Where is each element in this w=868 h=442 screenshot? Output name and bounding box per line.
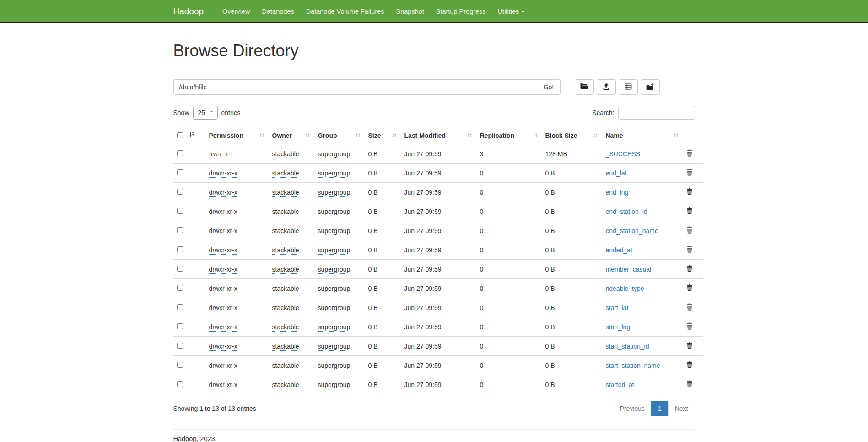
search-input[interactable]	[618, 106, 695, 120]
group-value[interactable]: supergroup	[318, 285, 350, 293]
delete-button[interactable]	[686, 207, 693, 216]
file-name-link[interactable]: start_station_id	[606, 343, 649, 350]
header-owner[interactable]: Owner	[269, 127, 314, 144]
replication-value[interactable]: 0	[480, 227, 484, 235]
group-value[interactable]: supergroup	[318, 381, 350, 389]
delete-button[interactable]	[686, 188, 693, 196]
brand-hadoop[interactable]: Hadoop	[173, 6, 204, 16]
replication-value[interactable]: 3	[480, 150, 484, 158]
owner-value[interactable]: stackable	[272, 169, 299, 178]
header-name[interactable]: Name	[602, 127, 683, 144]
owner-value[interactable]: stackable	[272, 343, 299, 351]
header-size[interactable]: Size	[365, 127, 401, 144]
row-checkbox[interactable]	[177, 208, 183, 214]
row-checkbox[interactable]	[177, 189, 183, 195]
delete-button[interactable]	[686, 226, 693, 235]
replication-value[interactable]: 0	[480, 169, 484, 178]
owner-value[interactable]: stackable	[272, 266, 299, 274]
group-value[interactable]: supergroup	[318, 150, 350, 158]
delete-button[interactable]	[686, 342, 693, 350]
delete-button[interactable]	[686, 169, 693, 177]
permission-value[interactable]: drwxr-xr-x	[209, 246, 237, 255]
replication-value[interactable]: 0	[480, 266, 484, 274]
directory-path-input[interactable]	[173, 79, 537, 95]
file-name-link[interactable]: start_station_name	[606, 362, 660, 369]
owner-value[interactable]: stackable	[272, 150, 299, 158]
go-button[interactable]: Go!	[537, 79, 561, 95]
delete-button[interactable]	[686, 284, 693, 293]
row-checkbox[interactable]	[177, 323, 183, 329]
group-value[interactable]: supergroup	[318, 246, 350, 255]
permission-value[interactable]: drwxr-xr-x	[209, 266, 237, 274]
owner-value[interactable]: stackable	[272, 227, 299, 235]
row-checkbox[interactable]	[177, 150, 183, 156]
file-name-link[interactable]: started_at	[606, 381, 634, 388]
owner-value[interactable]: stackable	[272, 362, 299, 370]
replication-value[interactable]: 0	[480, 208, 484, 216]
create-directory-button[interactable]	[575, 79, 594, 95]
replication-value[interactable]: 0	[480, 362, 484, 370]
row-checkbox[interactable]	[177, 246, 183, 252]
permission-value[interactable]: drwxr-xr-x	[209, 323, 237, 332]
group-value[interactable]: supergroup	[318, 323, 350, 332]
group-value[interactable]: supergroup	[318, 169, 350, 178]
row-checkbox[interactable]	[177, 343, 183, 349]
row-checkbox[interactable]	[177, 266, 183, 272]
row-checkbox[interactable]	[177, 169, 183, 175]
replication-value[interactable]: 0	[480, 246, 484, 255]
owner-value[interactable]: stackable	[272, 208, 299, 216]
move-directory-button[interactable]	[641, 79, 660, 95]
file-name-link[interactable]: member_casual	[606, 266, 652, 273]
permission-value[interactable]: drwxr-xr-x	[209, 304, 237, 312]
replication-value[interactable]: 0	[480, 285, 484, 293]
row-checkbox[interactable]	[177, 304, 183, 310]
delete-button[interactable]	[686, 303, 693, 312]
permission-value[interactable]: drwxr-xr-x	[209, 208, 237, 216]
file-name-link[interactable]: end_lng	[606, 189, 629, 196]
permission-value[interactable]: drwxr-xr-x	[209, 362, 237, 370]
owner-value[interactable]: stackable	[272, 189, 299, 197]
header-group[interactable]: Group	[314, 127, 365, 144]
row-checkbox[interactable]	[177, 362, 183, 368]
replication-value[interactable]: 0	[480, 381, 484, 389]
file-name-link[interactable]: start_lat	[606, 304, 629, 311]
file-name-link[interactable]: _SUCCESS	[606, 150, 640, 158]
upload-files-button[interactable]	[597, 79, 616, 95]
select-all-checkbox[interactable]	[177, 132, 183, 138]
file-name-link[interactable]: rideable_type	[606, 285, 644, 292]
owner-value[interactable]: stackable	[272, 381, 299, 389]
replication-value[interactable]: 0	[480, 189, 484, 197]
delete-button[interactable]	[686, 265, 693, 273]
owner-value[interactable]: stackable	[272, 304, 299, 312]
replication-value[interactable]: 0	[480, 343, 484, 351]
header-select-all[interactable]	[173, 127, 205, 144]
group-value[interactable]: supergroup	[318, 189, 350, 197]
delete-button[interactable]	[686, 322, 693, 331]
group-value[interactable]: supergroup	[318, 227, 350, 235]
row-checkbox[interactable]	[177, 227, 183, 233]
pagination-previous[interactable]: Previous	[613, 401, 651, 416]
group-value[interactable]: supergroup	[318, 343, 350, 351]
owner-value[interactable]: stackable	[272, 323, 299, 332]
replication-value[interactable]: 0	[480, 323, 484, 332]
delete-button[interactable]	[686, 361, 693, 370]
file-name-link[interactable]: end_station_name	[606, 227, 658, 235]
file-list-button[interactable]	[619, 79, 638, 95]
permission-value[interactable]: drwxr-xr-x	[209, 285, 237, 293]
replication-value[interactable]: 0	[480, 304, 484, 312]
owner-value[interactable]: stackable	[272, 285, 299, 293]
delete-button[interactable]	[686, 149, 693, 158]
header-replication[interactable]: Replication	[476, 127, 542, 144]
header-permission[interactable]: Permission	[205, 127, 269, 144]
group-value[interactable]: supergroup	[318, 362, 350, 370]
delete-button[interactable]	[686, 246, 693, 254]
file-name-link[interactable]: end_station_id	[606, 208, 647, 215]
pagination-page-1[interactable]: 1	[651, 401, 669, 416]
permission-value[interactable]: -rw-r--r--	[209, 150, 233, 158]
owner-value[interactable]: stackable	[272, 246, 299, 255]
group-value[interactable]: supergroup	[318, 304, 350, 312]
group-value[interactable]: supergroup	[318, 266, 350, 274]
header-last-modified[interactable]: Last Modified	[401, 127, 476, 144]
permission-value[interactable]: drwxr-xr-x	[209, 189, 237, 197]
permission-value[interactable]: drwxr-xr-x	[209, 169, 237, 178]
